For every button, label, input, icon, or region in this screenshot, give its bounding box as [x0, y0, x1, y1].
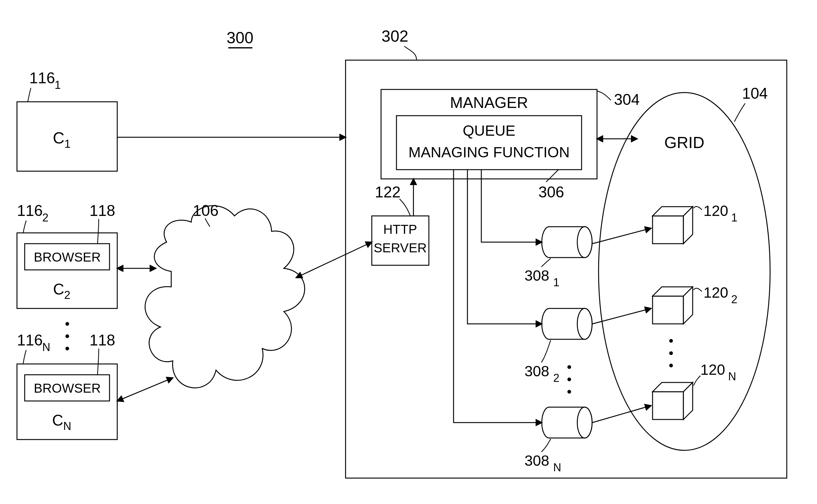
- svg-point-3: [577, 308, 592, 339]
- browser-c2-label: BROWSER: [34, 250, 101, 264]
- dots-icon: [65, 334, 69, 338]
- ref-300: 300: [227, 29, 254, 47]
- queue-label: QUEUE: [463, 122, 516, 139]
- dots-icon: [65, 322, 69, 326]
- grid-node-2: [653, 287, 693, 324]
- ref-116-n: 116: [17, 332, 43, 349]
- client-c1-box: [17, 102, 117, 171]
- svg-point-5: [577, 407, 592, 438]
- dots-icon: [65, 347, 69, 350]
- arrow-cn-cloud: [117, 378, 173, 401]
- dots-icon: [669, 339, 673, 343]
- db-n: [542, 407, 592, 438]
- ref-116-1-sub: 1: [55, 79, 61, 91]
- ref-308-1-sub: 1: [553, 276, 559, 289]
- ref-120-1: 120: [703, 203, 728, 219]
- svg-point-1: [577, 227, 592, 258]
- dots-icon: [669, 364, 673, 367]
- ref-106: 106: [193, 202, 218, 219]
- ref-118-2: 118: [89, 202, 115, 219]
- dots-icon: [669, 351, 673, 355]
- lead-302: [404, 46, 417, 60]
- qmf-label: MANAGING FUNCTION: [409, 144, 570, 160]
- ref-120-2: 120: [703, 284, 728, 301]
- dots-icon: [567, 365, 571, 369]
- ref-116-n-sub: N: [42, 341, 50, 353]
- ref-308-n-sub: N: [553, 461, 561, 474]
- browser-cn-label: BROWSER: [34, 381, 101, 395]
- ref-308-n: 308: [525, 452, 549, 469]
- grid-label: GRID: [664, 134, 704, 151]
- grid-node-n: [653, 382, 693, 419]
- dots-icon: [567, 378, 571, 381]
- http-label-2: SERVER: [374, 241, 427, 255]
- grid-node-1: [653, 207, 693, 244]
- manager-label: MANAGER: [450, 94, 528, 111]
- http-label-1: HTTP: [383, 222, 417, 237]
- dots-icon: [567, 390, 571, 394]
- cloud-icon: [145, 206, 305, 388]
- ref-304: 304: [614, 91, 640, 108]
- ref-118-n: 118: [89, 332, 115, 349]
- ref-116-1: 116: [29, 69, 55, 87]
- ref-120-n: 120: [700, 361, 725, 378]
- lead-116-1: [28, 88, 31, 102]
- ref-116-2: 116: [17, 202, 43, 219]
- ref-120-2-sub: 2: [731, 293, 737, 306]
- ref-120-1-sub: 1: [731, 211, 737, 224]
- lead-116-2: [23, 221, 26, 233]
- ref-302: 302: [382, 27, 409, 45]
- ref-116-2-sub: 2: [42, 211, 48, 224]
- db-1: [542, 227, 592, 258]
- lead-116-n: [23, 350, 26, 364]
- ref-120-n-sub: N: [728, 370, 736, 383]
- ref-306: 306: [538, 184, 564, 201]
- ref-308-2-sub: 2: [553, 372, 559, 384]
- ref-104: 104: [742, 85, 768, 102]
- ref-308-1: 308: [525, 267, 549, 284]
- db-2: [542, 308, 592, 339]
- ref-308-2: 308: [525, 363, 549, 379]
- ref-122: 122: [375, 184, 400, 201]
